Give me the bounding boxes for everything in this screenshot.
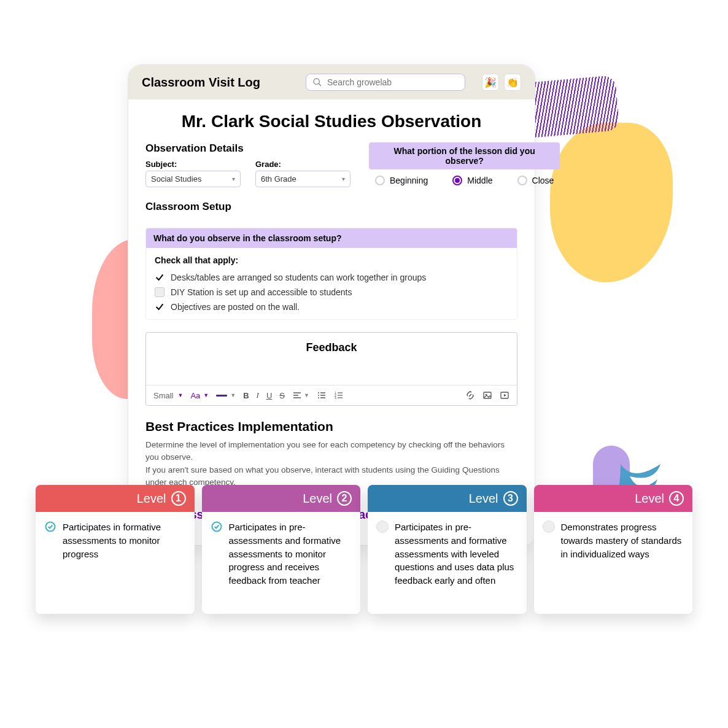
font-size-label: Small [153,391,174,400]
chevron-down-icon: ▾ [342,176,345,182]
text-style-select[interactable]: Aa ▼ [190,391,209,400]
portion-radio-middle[interactable]: Middle [452,176,492,185]
underline-button[interactable]: U [266,391,272,400]
radio-dot-icon [375,176,385,185]
level-card-4: Level 4 Demonstrates progress towards ma… [534,485,693,614]
svg-point-5 [318,392,319,393]
level-label: Level [303,492,332,506]
level-label: Level [635,492,664,506]
checkbox-unchecked-icon [155,287,165,297]
decorative-blob-yellow [550,123,673,282]
level-text: Participates in formative assessments to… [63,521,186,560]
video-button[interactable] [500,390,509,400]
level-text: Demonstrates progress towards mastery of… [561,521,684,560]
subject-label: Subject: [145,160,241,169]
level-number-badge: 1 [171,491,186,506]
feedback-title: Feedback [146,333,517,385]
level-label: Level [137,492,166,506]
classroom-setup-banner: What do you observe in the classroom set… [146,228,517,248]
numbered-list-button[interactable]: 123 [334,390,344,400]
level-text: Participates in pre-assessments and form… [229,521,352,587]
align-left-icon [292,390,302,400]
level-number-badge: 4 [669,491,684,506]
app-title: Classroom Visit Log [142,76,260,90]
feedback-editor: Feedback Small ▼ Aa ▼ ▼ B I U S [145,332,517,406]
svg-point-7 [318,397,319,398]
svg-line-1 [319,83,321,86]
level-check-icon[interactable] [211,521,223,533]
chevron-down-icon: ▼ [178,392,184,398]
bullet-list-icon [317,390,327,400]
radio-dot-icon [452,176,462,185]
radio-label: Middle [467,176,492,185]
level-number-badge: 3 [503,491,518,506]
grade-label: Grade: [255,160,350,169]
search-icon [312,77,322,87]
level-check-icon[interactable] [543,521,555,533]
image-button[interactable] [482,390,492,400]
search-input[interactable] [327,77,459,87]
level-number-badge: 2 [337,491,352,506]
level-header: Level 3 [368,485,527,512]
checkbox-row-objectives[interactable]: Objectives are posted on the wall. [155,300,508,314]
main-document-card: Classroom Visit Log 🎉 👏 Mr. Clark Social… [128,64,535,546]
chevron-down-icon: ▼ [203,392,209,398]
top-bar: Classroom Visit Log 🎉 👏 [128,65,535,99]
portion-question-banner: What portion of the lesson did you obser… [369,142,560,169]
svg-point-6 [318,395,319,396]
link-icon [465,390,475,400]
confetti-icon-button[interactable]: 🎉 [482,74,499,91]
checkbox-label: Objectives are posted on the wall. [171,302,300,312]
portion-radio-group: Beginning Middle Close [369,176,560,185]
color-swatch[interactable]: ▼ [216,392,236,398]
classroom-setup-subtitle: Check all that apply: [155,255,508,265]
level-check-icon[interactable] [44,521,56,533]
search-field[interactable] [306,74,465,91]
subject-value: Social Studies [151,174,201,184]
section-title-best-practices: Best Practices Implementation [145,419,517,434]
image-icon [482,390,492,400]
portion-radio-close[interactable]: Close [517,176,554,185]
section-title-observation-details: Observation Details [145,142,354,155]
level-text: Participates in pre-assessments and form… [395,521,518,587]
level-header: Level 1 [36,485,195,512]
clap-icon-button[interactable]: 👏 [504,74,521,91]
bold-button[interactable]: B [243,391,249,400]
strikethrough-button[interactable]: S [279,391,285,400]
level-card-2: Level 2 Participates in pre-assessments … [202,485,361,614]
chevron-down-icon: ▾ [232,176,235,182]
checkbox-label: Desks/tables are arranged so students ca… [171,273,426,282]
checkbox-row-diy[interactable]: DIY Station is set up and accessible to … [155,285,508,300]
subject-select[interactable]: Social Studies ▾ [145,171,241,187]
checkbox-row-desks[interactable]: Desks/tables are arranged so students ca… [155,270,508,285]
level-card-1: Level 1 Participates in formative assess… [36,485,195,614]
level-cards-row: Level 1 Participates in formative assess… [36,485,692,614]
checkbox-label: DIY Station is set up and accessible to … [171,287,352,297]
page-title: Mr. Clark Social Studies Observation [145,112,517,131]
level-check-icon[interactable] [376,521,389,533]
section-title-classroom-setup: Classroom Setup [145,201,517,213]
italic-button[interactable]: I [257,390,259,400]
level-header: Level 2 [202,485,361,512]
checkbox-checked-icon [155,273,165,282]
link-button[interactable] [465,390,475,400]
text-style-label: Aa [190,391,200,400]
svg-text:3: 3 [335,396,336,400]
bullet-list-button[interactable] [317,390,327,400]
grade-select[interactable]: 6th Grade ▾ [255,171,350,187]
radio-label: Close [532,176,554,185]
video-icon [500,390,509,400]
align-button[interactable]: ▼ [292,390,309,400]
radio-label: Beginning [390,176,428,185]
svg-point-0 [314,79,319,84]
svg-rect-17 [484,392,491,398]
grade-value: 6th Grade [261,174,296,184]
chevron-down-icon: ▼ [304,392,309,398]
checkbox-checked-icon [155,302,165,312]
font-size-select[interactable]: Small ▼ [153,391,183,400]
best-practices-description: Determine the level of implementation yo… [145,439,517,489]
portion-radio-beginning[interactable]: Beginning [375,176,428,185]
color-bar-icon [216,395,227,397]
numbered-list-icon: 123 [334,390,344,400]
level-label: Level [469,492,498,506]
